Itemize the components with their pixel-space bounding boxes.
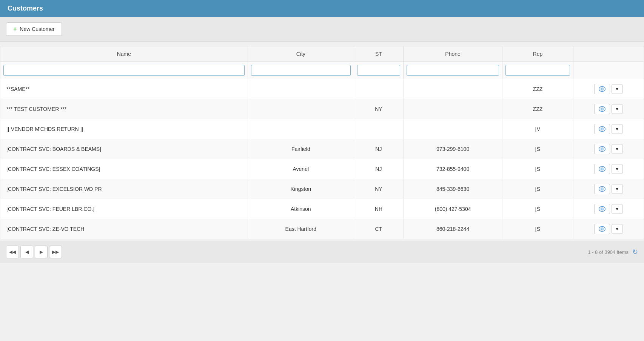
view-button[interactable]: [594, 184, 610, 194]
dropdown-button[interactable]: ▼: [612, 204, 623, 214]
table-row: [[ VENDOR M'CHDS.RETURN ]][V ▼: [0, 119, 644, 139]
view-button[interactable]: [594, 204, 610, 214]
svg-point-8: [599, 166, 605, 171]
svg-point-10: [599, 186, 605, 191]
cell-phone: 732-855-9400: [403, 159, 502, 179]
new-customer-button[interactable]: + New Customer: [6, 22, 62, 36]
cell-st: [354, 79, 403, 99]
first-page-button[interactable]: ◀◀: [6, 246, 19, 258]
footer: ◀◀ ◀ ▶ ▶▶ 1 - 8 of 3904 items ↻: [0, 241, 644, 263]
cell-st: NJ: [354, 159, 403, 179]
table-body: **SAME**ZZZ ▼ *** TEST CUSTOMER ***NYZZZ: [0, 79, 644, 239]
cell-rep: [S: [502, 139, 573, 159]
dropdown-button[interactable]: ▼: [612, 144, 623, 154]
filter-rep-cell: [502, 62, 573, 79]
filter-st-input[interactable]: [357, 65, 400, 76]
cell-phone: (800) 427-5304: [403, 199, 502, 219]
cell-actions: ▼: [573, 179, 644, 199]
filter-city-input[interactable]: [251, 65, 351, 76]
col-header-city: City: [248, 46, 354, 62]
refresh-icon[interactable]: ↻: [632, 248, 638, 256]
cell-phone: [403, 99, 502, 119]
cell-city: East Hartford: [248, 219, 354, 239]
cell-city: [248, 79, 354, 99]
col-header-phone: Phone: [403, 46, 502, 62]
filter-st-cell: [354, 62, 403, 79]
cell-actions: ▼: [573, 119, 644, 139]
cell-st: NH: [354, 199, 403, 219]
cell-rep: [S: [502, 159, 573, 179]
svg-point-4: [599, 126, 605, 131]
pagination-info-area: 1 - 8 of 3904 items ↻: [588, 248, 638, 256]
cell-st: NJ: [354, 139, 403, 159]
filter-name-cell: [0, 62, 248, 79]
cell-phone: [403, 79, 502, 99]
cell-st: NY: [354, 99, 403, 119]
svg-point-13: [601, 208, 603, 210]
filter-actions-cell: [573, 62, 644, 79]
cell-rep: [S: [502, 199, 573, 219]
new-customer-label: New Customer: [20, 26, 55, 32]
cell-st: [354, 119, 403, 139]
cell-name: [CONTRACT SVC: FEUER LBR.CO.]: [0, 199, 248, 219]
cell-rep: ZZZ: [502, 79, 573, 99]
col-header-actions: [573, 46, 644, 62]
cell-name: **SAME**: [0, 79, 248, 99]
svg-point-11: [601, 188, 603, 190]
dropdown-button[interactable]: ▼: [612, 224, 623, 234]
cell-phone: 973-299-6100: [403, 139, 502, 159]
svg-point-1: [601, 88, 603, 90]
cell-actions: ▼: [573, 99, 644, 119]
view-button[interactable]: [594, 104, 610, 114]
eye-icon: [598, 146, 606, 152]
cell-name: [CONTRACT SVC: ESSEX COATINGS]: [0, 159, 248, 179]
eye-icon: [598, 166, 606, 172]
cell-rep: [V: [502, 119, 573, 139]
cell-actions: ▼: [573, 139, 644, 159]
cell-name: [CONTRACT SVC: ZE-VO TECH: [0, 219, 248, 239]
svg-point-5: [601, 128, 603, 130]
view-button[interactable]: [594, 144, 610, 154]
eye-icon: [598, 226, 606, 232]
svg-point-12: [599, 206, 605, 211]
filter-phone-input[interactable]: [407, 65, 499, 76]
next-page-button[interactable]: ▶: [35, 246, 48, 258]
view-button[interactable]: [594, 224, 610, 234]
cell-city: Kingston: [248, 179, 354, 199]
pagination-buttons: ◀◀ ◀ ▶ ▶▶: [6, 246, 62, 258]
filter-rep-input[interactable]: [505, 65, 570, 76]
view-button[interactable]: [594, 124, 610, 134]
table-row: [CONTRACT SVC: BOARDS & BEAMS]FairfieldN…: [0, 139, 644, 159]
svg-point-3: [601, 108, 603, 110]
cell-rep: [S: [502, 219, 573, 239]
table-row: [CONTRACT SVC: FEUER LBR.CO.]AtkinsonNH(…: [0, 199, 644, 219]
dropdown-button[interactable]: ▼: [612, 184, 623, 194]
cell-actions: ▼: [573, 199, 644, 219]
filter-phone-cell: [403, 62, 502, 79]
last-page-button[interactable]: ▶▶: [49, 246, 62, 258]
table-row: [CONTRACT SVC: ZE-VO TECHEast HartfordCT…: [0, 219, 644, 239]
cell-city: Atkinson: [248, 199, 354, 219]
prev-page-button[interactable]: ◀: [20, 246, 33, 258]
dropdown-button[interactable]: ▼: [612, 164, 623, 174]
svg-point-15: [601, 228, 603, 230]
filter-city-cell: [248, 62, 354, 79]
cell-actions: ▼: [573, 219, 644, 239]
cell-phone: [403, 119, 502, 139]
col-header-name: Name: [0, 46, 248, 62]
cell-city: [248, 119, 354, 139]
app-header: Customers: [0, 0, 644, 17]
pagination-info-text: 1 - 8 of 3904 items: [588, 249, 629, 255]
cell-city: Avenel: [248, 159, 354, 179]
cell-city: Fairfield: [248, 139, 354, 159]
view-button[interactable]: [594, 84, 610, 94]
view-button[interactable]: [594, 164, 610, 174]
cell-name: [CONTRACT SVC: BOARDS & BEAMS]: [0, 139, 248, 159]
svg-point-9: [601, 168, 603, 170]
dropdown-button[interactable]: ▼: [612, 104, 623, 114]
eye-icon: [598, 126, 606, 132]
filter-name-input[interactable]: [3, 65, 245, 76]
dropdown-button[interactable]: ▼: [612, 84, 623, 94]
dropdown-button[interactable]: ▼: [612, 124, 623, 134]
eye-icon: [598, 86, 606, 92]
